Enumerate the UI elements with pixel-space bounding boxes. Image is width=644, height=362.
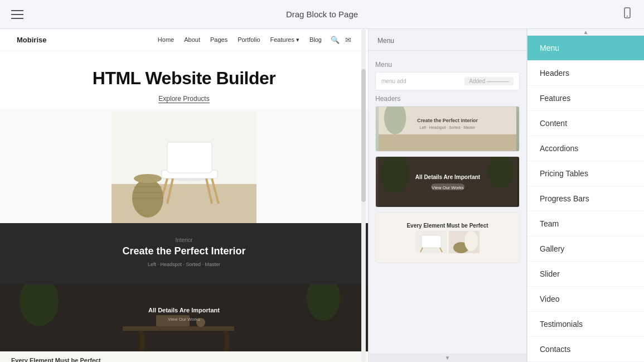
- block-all-details-image: All Details Are Important View Our Works: [376, 157, 519, 207]
- preview-room-image: All Details Are Important View Our Works: [0, 284, 368, 351]
- top-bar: Drag Block to Page: [0, 0, 644, 29]
- block-every-element[interactable]: Every Element Must be Perfect: [375, 212, 520, 263]
- block-all-details[interactable]: All Details Are Important View Our Works: [375, 156, 520, 207]
- sidebar-item-contacts[interactable]: Contacts: [527, 337, 644, 362]
- cat-headers-label: Headers: [540, 69, 569, 78]
- svg-rect-22: [224, 331, 229, 351]
- cat-content-label: Content: [540, 119, 567, 128]
- cat-gallery-label: Gallery: [540, 244, 564, 253]
- cat-testimonials-label: Testimonials: [540, 320, 583, 329]
- nav-blog[interactable]: Blog: [309, 36, 322, 44]
- block-header-interior[interactable]: Create the Perfect Interior Left · Heads…: [375, 106, 520, 152]
- sidebar-item-slider[interactable]: Slider: [527, 262, 644, 287]
- svg-text:All Details Are Important: All Details Are Important: [148, 307, 220, 313]
- sidebar-item-video[interactable]: Video: [527, 287, 644, 312]
- dark-section-subtitle: Interior: [175, 237, 192, 243]
- block-interior-image: Create the Perfect Interior Left · Heads…: [376, 107, 519, 151]
- block-menu-added: menu add Added ————: [376, 73, 519, 90]
- preview-dark-section: Interior Create the Perfect Interior Lef…: [0, 223, 368, 284]
- preview-nav-icons: 🔍 ✉: [331, 36, 351, 44]
- cat-progress-bars-label: Progress Bars: [540, 194, 589, 203]
- svg-point-1: [627, 16, 628, 17]
- section-headers-label: Headers: [375, 95, 520, 103]
- svg-point-13: [134, 174, 162, 183]
- drag-block-title: Drag Block to Page: [286, 9, 358, 19]
- sidebar-item-progress-bars[interactable]: Progress Bars: [527, 186, 644, 211]
- svg-text:All Details Are Important: All Details Are Important: [415, 174, 480, 180]
- mail-icon: ✉: [345, 36, 351, 44]
- svg-rect-21: [139, 331, 144, 351]
- sidebar-item-content[interactable]: Content: [527, 111, 644, 136]
- cat-scroll-up[interactable]: ▲: [527, 29, 644, 36]
- sidebar-item-pricing-tables[interactable]: Pricing Tables: [527, 161, 644, 186]
- block-added-badge: Added ————: [464, 77, 514, 85]
- nav-features[interactable]: Features ▾: [270, 36, 299, 44]
- sidebar-item-testimonials[interactable]: Testimonials: [527, 312, 644, 337]
- svg-rect-20: [123, 326, 234, 331]
- block4-title: Every Element Must be Perfect: [406, 223, 488, 229]
- scroll-down-indicator[interactable]: ▼: [369, 353, 526, 362]
- cat-slider-label: Slider: [540, 269, 560, 278]
- svg-text:View Our Works: View Our Works: [432, 185, 464, 190]
- section4-title: Every Element Must be Perfect: [11, 357, 357, 362]
- svg-rect-7: [167, 142, 212, 173]
- hero-title: HTML Website Builder: [11, 68, 357, 89]
- block-menu-item: menu add Added ————: [375, 72, 520, 90]
- svg-text:View Our Works: View Our Works: [168, 317, 200, 322]
- hamburger-menu[interactable]: [11, 10, 23, 19]
- sidebar-item-menu[interactable]: Menu: [527, 36, 644, 61]
- block-menu-left: menu add: [381, 78, 406, 84]
- sidebar-item-accordions[interactable]: Accordions: [527, 136, 644, 161]
- preview-scroll[interactable]: Mobirise Home About Pages Portfolio Feat…: [0, 29, 368, 362]
- section-menu-label: Menu: [375, 61, 520, 69]
- preview-pane: Mobirise Home About Pages Portfolio Feat…: [0, 29, 368, 362]
- blocks-panel: Menu Menu menu add Added ———— Headers: [368, 29, 527, 362]
- dark-section-title: Create the Perfect Interior: [122, 245, 245, 257]
- right-panels: Menu Menu menu add Added ———— Headers: [368, 29, 644, 362]
- nav-portfolio[interactable]: Portfolio: [238, 36, 260, 44]
- preview-nav-links: Home About Pages Portfolio Features ▾ Bl…: [158, 36, 322, 44]
- preview-hero: HTML Website Builder Explore Products: [0, 51, 368, 109]
- cat-team-label: Team: [540, 219, 559, 228]
- cat-menu-label: Menu: [540, 44, 559, 52]
- sidebar-item-features[interactable]: Features: [527, 86, 644, 111]
- preview-logo: Mobirise: [17, 36, 46, 44]
- sidebar-item-gallery[interactable]: Gallery: [527, 236, 644, 262]
- blocks-panel-title: Menu: [377, 37, 394, 45]
- preview-nav: Mobirise Home About Pages Portfolio Feat…: [0, 29, 368, 51]
- nav-pages[interactable]: Pages: [210, 36, 227, 44]
- preview-section4: Every Element Must be Perfect Explore Pr…: [0, 351, 368, 362]
- preview-chair-image: [112, 112, 256, 223]
- hero-cta[interactable]: Explore Products: [158, 95, 209, 103]
- sidebar-item-headers[interactable]: Headers: [527, 61, 644, 86]
- cat-accordions-label: Accordions: [540, 144, 578, 153]
- cat-pricing-tables-label: Pricing Tables: [540, 169, 588, 178]
- block-every-element-image: Every Element Must be Perfect: [376, 213, 519, 263]
- phone-icon: [622, 7, 633, 21]
- main-area: Mobirise Home About Pages Portfolio Feat…: [0, 29, 644, 362]
- preview-scrollbar-thumb: [361, 69, 366, 202]
- dark-section-tabs: Left · Headspot · Sorted · Master: [148, 262, 220, 267]
- svg-point-53: [464, 231, 478, 251]
- nav-home[interactable]: Home: [158, 36, 174, 44]
- svg-text:Create the Perfect Interior: Create the Perfect Interior: [417, 118, 478, 123]
- category-sidebar: ▲ Menu Headers Features Content Accordio…: [527, 29, 644, 362]
- svg-rect-37: [379, 134, 516, 151]
- sidebar-item-team[interactable]: Team: [527, 211, 644, 236]
- cat-video-label: Video: [540, 295, 560, 303]
- svg-text:Left · Headspot · Sorted · Mas: Left · Headspot · Sorted · Master: [420, 126, 476, 130]
- blocks-panel-header: Menu: [369, 29, 526, 51]
- svg-rect-48: [422, 235, 441, 248]
- nav-about[interactable]: About: [184, 36, 200, 44]
- cat-contacts-label: Contacts: [540, 345, 570, 354]
- blocks-scroll[interactable]: Menu menu add Added ———— Headers: [369, 51, 526, 353]
- cat-features-label: Features: [540, 94, 570, 103]
- preview-scrollbar[interactable]: [361, 29, 366, 362]
- search-icon: 🔍: [331, 36, 340, 44]
